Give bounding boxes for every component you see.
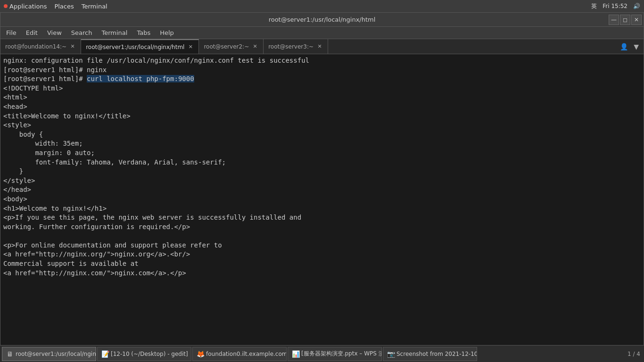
terminal-line-21: <p>For online documentation and support … <box>3 241 222 249</box>
tab-server2[interactable]: root@server2:~ ✕ <box>199 39 264 54</box>
tab-close-server3[interactable]: ✕ <box>316 43 323 50</box>
terminal-line-17: <h1>Welcome to nginx!</h1> <box>3 205 107 212</box>
gedit-taskbar-icon: 📝 <box>101 350 109 358</box>
menu-help[interactable]: Help <box>156 28 178 37</box>
tab-label-server1: root@server1:/usr/local/nginx/html <box>86 44 184 50</box>
app-dot <box>4 4 8 8</box>
tab-close-server1[interactable]: ✕ <box>187 44 194 50</box>
taskbar-item-gedit[interactable]: 📝 [12-10 (~/Desktop) - gedit] <box>97 347 191 361</box>
window-controls: — ◻ ✕ <box>609 15 642 25</box>
menu-terminal[interactable]: Terminal <box>98 28 131 37</box>
terminal-taskbar-icon: 🖥 <box>6 350 14 358</box>
taskbar-label-wps: [服务器架构演变.pptx – WPS 演示] <box>301 350 382 358</box>
tab-label-foundation14: root@foundation14:~ <box>5 43 66 50</box>
terminal-line-15: </head> <box>3 186 31 193</box>
tabs-bar: root@foundation14:~ ✕ root@server1:/usr/… <box>0 39 644 54</box>
menu-file[interactable]: File <box>2 28 20 37</box>
language-indicator[interactable]: 英 <box>591 2 597 10</box>
applications-menu[interactable]: Applications <box>4 3 47 10</box>
applications-label[interactable]: Applications <box>9 3 47 10</box>
terminal-content[interactable]: nginx: configuration file /usr/local/ngi… <box>0 54 644 362</box>
system-bar-left: Applications Places Terminal <box>4 3 107 10</box>
tab-server1[interactable]: root@server1:/usr/local/nginx/html ✕ <box>81 39 199 54</box>
terminal-line-3: [root@server1 html]# curl localhost php-… <box>3 75 194 82</box>
terminal-line-14: </style> <box>3 177 35 184</box>
menu-search[interactable]: Search <box>67 28 96 37</box>
taskbar-label-terminal: root@server1:/usr/local/nginx/html <box>16 351 96 357</box>
tabs-actions: 👤 ▼ <box>615 39 644 54</box>
terminal-line-16: <body> <box>3 195 27 203</box>
terminal-line-18: <p>If you see this page, the nginx web s… <box>3 214 301 221</box>
terminal-line-24: <a href="http://nginx.com/">nginx.com</a… <box>3 269 186 277</box>
tab-user-icon[interactable]: 👤 <box>618 42 630 51</box>
terminal-line-10: width: 35em; <box>3 140 83 147</box>
terminal-line-2: [root@server1 html]# nginx <box>3 66 107 74</box>
taskbar-item-screenshot[interactable]: 📷 Screenshot from 2021-12-10 15-... <box>383 347 477 361</box>
menu-tabs[interactable]: Tabs <box>133 28 154 37</box>
terminal-line-12: font-family: Tahoma, Verdana, Arial, san… <box>3 158 226 166</box>
minimize-button[interactable]: — <box>609 15 619 25</box>
taskbar: 🖥 root@server1:/usr/local/nginx/html 📝 [… <box>0 345 644 362</box>
terminal-line-7: <title>Welcome to nginx!</title> <box>3 112 131 120</box>
browser-taskbar-icon: 🦊 <box>197 350 204 358</box>
tab-label-server2: root@server2:~ <box>204 43 249 50</box>
window-title: root@server1:/usr/local/nginx/html <box>269 16 376 23</box>
taskbar-label-screenshot: Screenshot from 2021-12-10 15-... <box>396 351 477 357</box>
terminal-line-11: margin: 0 auto; <box>3 149 95 156</box>
terminal-line-22: <a href="http://nginx.org/">nginx.org</a… <box>3 250 190 258</box>
terminal-line-5: <html> <box>3 93 27 101</box>
taskbar-item-wps[interactable]: 📊 [服务器架构演变.pptx – WPS 演示] <box>288 347 382 361</box>
terminal-line-8: <style> <box>3 121 31 129</box>
menu-edit[interactable]: Edit <box>22 28 41 37</box>
terminal-window: root@server1:/usr/local/nginx/html — ◻ ✕… <box>0 12 644 362</box>
terminal-line-1: nginx: configuration file /usr/local/ngi… <box>3 57 309 64</box>
tab-close-foundation14[interactable]: ✕ <box>69 43 76 50</box>
screenshot-taskbar-icon: 📷 <box>387 350 395 358</box>
status-icons: 🔊 <box>633 3 640 9</box>
taskbar-item-browser[interactable]: 🦊 foundation0.ilt.example.com:8 (kios... <box>192 347 287 361</box>
wps-taskbar-icon: 📊 <box>292 350 299 358</box>
menu-view[interactable]: View <box>43 28 66 37</box>
tab-foundation14[interactable]: root@foundation14:~ ✕ <box>0 39 81 54</box>
system-bar: Applications Places Terminal 英 Fri 15:52… <box>0 0 644 12</box>
tab-label-server3: root@server3:~ <box>268 43 314 50</box>
clock: Fri 15:52 <box>603 3 627 9</box>
terminal-menu[interactable]: Terminal <box>82 3 107 10</box>
taskbar-label-gedit: [12-10 (~/Desktop) - gedit] <box>111 351 188 357</box>
terminal-line-19: working. Further configuration is requir… <box>3 223 190 230</box>
taskbar-label-browser: foundation0.ilt.example.com:8 (kios... <box>206 351 287 357</box>
taskbar-item-terminal[interactable]: 🖥 root@server1:/usr/local/nginx/html <box>2 347 96 361</box>
close-button[interactable]: ✕ <box>631 15 642 25</box>
tab-server3[interactable]: root@server3:~ ✕ <box>264 39 328 54</box>
terminal-line-4: <!DOCTYPE html> <box>3 84 63 92</box>
system-bar-right: 英 Fri 15:52 🔊 <box>591 2 640 10</box>
tab-dropdown-icon[interactable]: ▼ <box>632 42 641 51</box>
title-bar: root@server1:/usr/local/nginx/html — ◻ ✕ <box>0 13 644 27</box>
terminal-line-23: Commercial support is available at <box>3 260 139 267</box>
tab-close-server2[interactable]: ✕ <box>252 43 258 50</box>
maximize-button[interactable]: ◻ <box>620 15 630 25</box>
taskbar-page-indicator: 1 / 4 <box>627 351 642 357</box>
terminal-line-9: body { <box>3 131 43 138</box>
places-menu[interactable]: Places <box>54 3 74 10</box>
terminal-line-6: <head> <box>3 103 27 110</box>
terminal-line-13: } <box>3 167 23 175</box>
menu-bar: File Edit View Search Terminal Tabs Help <box>0 27 644 39</box>
